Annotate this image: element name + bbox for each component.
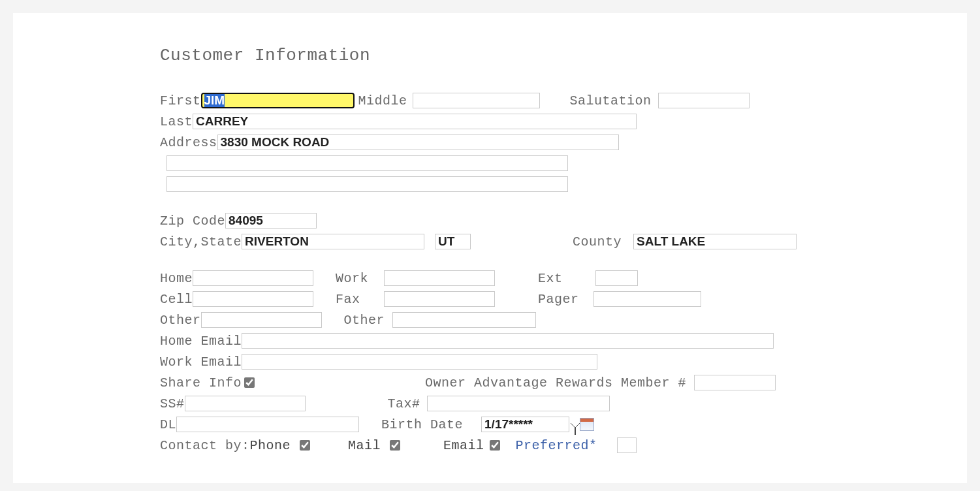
label-tax: Tax# bbox=[388, 396, 420, 411]
tax-input[interactable] bbox=[427, 396, 610, 411]
state-input[interactable] bbox=[435, 234, 471, 249]
address-line3-input[interactable] bbox=[166, 176, 568, 192]
customer-info-form: Customer Information First Middle Saluta… bbox=[13, 13, 967, 483]
first-name-input[interactable] bbox=[201, 93, 355, 108]
other-phone1-input[interactable] bbox=[201, 312, 322, 328]
oar-number-input[interactable] bbox=[694, 375, 776, 390]
label-dl: DL bbox=[52, 417, 176, 432]
label-ss: SS# bbox=[52, 396, 185, 411]
contact-phone-checkbox[interactable] bbox=[300, 440, 310, 451]
label-last: Last bbox=[52, 114, 193, 129]
share-info-checkbox[interactable] bbox=[244, 377, 255, 388]
middle-name-input[interactable] bbox=[413, 93, 540, 108]
label-work: Work bbox=[336, 271, 375, 286]
label-birth: Birth Date bbox=[381, 417, 463, 432]
ext-input[interactable] bbox=[595, 270, 638, 286]
preferred-input[interactable] bbox=[617, 437, 637, 453]
salutation-input[interactable] bbox=[658, 93, 750, 108]
cell-phone-input[interactable] bbox=[193, 291, 313, 307]
last-name-input[interactable] bbox=[193, 114, 637, 129]
home-phone-input[interactable] bbox=[193, 270, 313, 286]
birth-date-input[interactable] bbox=[481, 417, 569, 432]
label-fax: Fax bbox=[336, 292, 375, 307]
contact-email-checkbox[interactable] bbox=[490, 440, 500, 451]
home-email-input[interactable] bbox=[242, 333, 774, 349]
other-phone2-input[interactable] bbox=[392, 312, 536, 328]
label-oar: Owner Advantage Rewards Member # bbox=[425, 375, 686, 390]
city-input[interactable] bbox=[242, 234, 424, 249]
pager-input[interactable] bbox=[593, 291, 701, 307]
calendar-icon[interactable] bbox=[580, 418, 594, 431]
label-address: Address bbox=[52, 135, 217, 150]
label-home-email: Home Email bbox=[52, 334, 242, 349]
address-line1-input[interactable] bbox=[217, 135, 619, 150]
work-email-input[interactable] bbox=[242, 354, 597, 370]
dl-input[interactable] bbox=[176, 417, 359, 432]
label-other2: Other bbox=[344, 313, 383, 328]
label-email: Email bbox=[443, 438, 484, 453]
label-home: Home bbox=[52, 271, 193, 286]
label-citystate: City,State bbox=[52, 234, 242, 249]
label-zip: Zip Code bbox=[52, 214, 225, 229]
label-other1: Other bbox=[52, 313, 201, 328]
label-share-info: Share Info bbox=[52, 375, 242, 390]
label-phone: Phone bbox=[250, 438, 291, 453]
fax-input[interactable] bbox=[384, 291, 495, 307]
label-middle: Middle bbox=[358, 93, 407, 108]
label-work-email: Work Email bbox=[52, 355, 242, 370]
label-salutation: Salutation bbox=[570, 93, 652, 108]
address-line2-input[interactable] bbox=[166, 155, 568, 171]
label-cell: Cell bbox=[52, 292, 193, 307]
section-title: Customer Information bbox=[160, 46, 928, 65]
label-ext: Ext bbox=[538, 271, 563, 286]
label-county: County bbox=[573, 234, 622, 249]
contact-mail-checkbox[interactable] bbox=[390, 440, 400, 451]
label-pager: Pager bbox=[538, 292, 579, 307]
ss-input[interactable] bbox=[185, 396, 306, 411]
label-contact-by: Contact by: bbox=[52, 438, 250, 453]
zip-input[interactable] bbox=[225, 213, 317, 229]
work-phone-input[interactable] bbox=[384, 270, 495, 286]
label-mail: Mail bbox=[348, 438, 381, 453]
label-first: First bbox=[52, 93, 201, 108]
label-preferred[interactable]: Preferred* bbox=[516, 438, 597, 453]
county-input[interactable] bbox=[633, 234, 797, 249]
